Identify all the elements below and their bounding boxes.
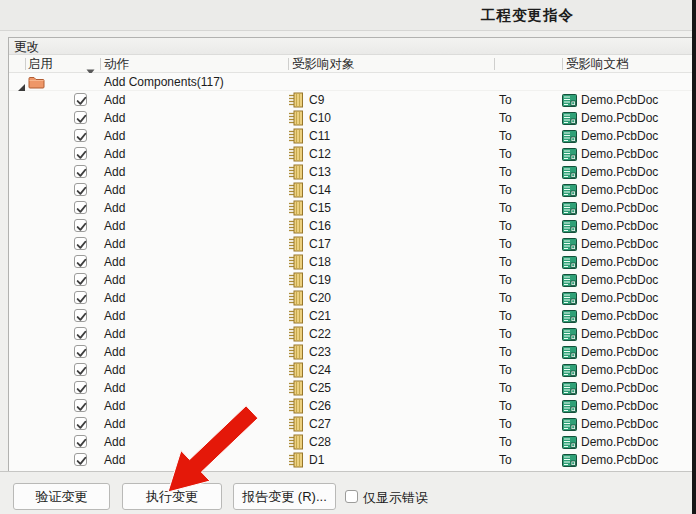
row-enable-checkbox[interactable]	[74, 291, 87, 304]
tree-expand-icon[interactable]	[17, 78, 26, 87]
row-document-label: Demo.PcbDoc	[581, 217, 658, 235]
ic-component-icon	[289, 182, 304, 198]
table-row[interactable]: Add C13 To	[9, 163, 696, 181]
check-icon	[76, 113, 87, 124]
check-icon	[76, 95, 87, 106]
row-enable-checkbox[interactable]	[74, 93, 87, 106]
table-row[interactable]: Add C24 To	[9, 361, 696, 379]
row-enable-checkbox[interactable]	[74, 363, 87, 376]
table-row[interactable]: Add C22 To	[9, 325, 696, 343]
table-row[interactable]: Add C16 To	[9, 217, 696, 235]
row-enable-checkbox[interactable]	[74, 255, 87, 268]
check-icon	[76, 203, 87, 214]
ic-component-icon	[289, 452, 304, 468]
row-enable-checkbox[interactable]	[74, 219, 87, 232]
table-row[interactable]: Add C25 To	[9, 379, 696, 397]
table-row[interactable]: Add C26 To	[9, 397, 696, 415]
row-enable-checkbox[interactable]	[74, 399, 87, 412]
row-direction-label: To	[499, 109, 512, 127]
changes-panel: 更改 启用 动作 受影响对象 受影响文档	[8, 37, 696, 471]
row-object-label: C28	[309, 433, 331, 451]
ic-component-icon	[289, 416, 304, 432]
row-direction-label: To	[499, 217, 512, 235]
ic-component-icon	[289, 146, 304, 162]
table-row[interactable]: Add D1 To	[9, 451, 696, 469]
row-document-label: Demo.PcbDoc	[581, 289, 658, 307]
check-icon	[76, 293, 87, 304]
column-header-affected-document[interactable]: 受影响文档	[566, 56, 629, 73]
table-row[interactable]: Add C28 To	[9, 433, 696, 451]
row-action-label: Add	[104, 163, 125, 181]
table-row[interactable]: Add C10 To	[9, 109, 696, 127]
row-enable-checkbox[interactable]	[74, 165, 87, 178]
row-enable-checkbox[interactable]	[74, 237, 87, 250]
table-row[interactable]: Add C9 To	[9, 91, 696, 109]
row-enable-checkbox[interactable]	[74, 453, 87, 466]
table-row[interactable]: Add C11 To	[9, 127, 696, 145]
changes-section-header: 更改	[9, 38, 696, 55]
row-direction-label: To	[499, 91, 512, 109]
row-action-label: Add	[104, 109, 125, 127]
check-icon	[76, 329, 87, 340]
table-row[interactable]: Add C27 To	[9, 415, 696, 433]
column-header-row: 启用 动作 受影响对象 受影响文档	[9, 55, 696, 73]
row-action-label: Add	[104, 217, 125, 235]
ic-component-icon	[289, 164, 304, 180]
group-row-add-components[interactable]: Add Components(117)	[9, 73, 696, 91]
row-direction-label: To	[499, 199, 512, 217]
titlebar: 工程变更指令	[0, 0, 696, 31]
row-object-label: C23	[309, 343, 331, 361]
row-object-label: C9	[309, 91, 324, 109]
row-enable-checkbox[interactable]	[74, 111, 87, 124]
only-errors-checkbox[interactable]	[345, 490, 358, 503]
table-row[interactable]: Add C20 To	[9, 289, 696, 307]
row-direction-label: To	[499, 163, 512, 181]
table-row[interactable]: Add C15 To	[9, 199, 696, 217]
row-document-label: Demo.PcbDoc	[581, 379, 658, 397]
row-action-label: Add	[104, 253, 125, 271]
row-enable-checkbox[interactable]	[74, 147, 87, 160]
table-row[interactable]: Add C23 To	[9, 343, 696, 361]
row-enable-checkbox[interactable]	[74, 129, 87, 142]
row-enable-checkbox[interactable]	[74, 417, 87, 430]
column-header-action[interactable]: 动作	[104, 56, 129, 73]
column-header-affected-object[interactable]: 受影响对象	[292, 56, 355, 73]
filter-dropdown-icon[interactable]	[86, 61, 95, 67]
row-direction-label: To	[499, 289, 512, 307]
row-action-label: Add	[104, 145, 125, 163]
row-action-label: Add	[104, 199, 125, 217]
row-enable-checkbox[interactable]	[74, 345, 87, 358]
row-enable-checkbox[interactable]	[74, 327, 87, 340]
table-row[interactable]: Add C19 To	[9, 271, 696, 289]
row-enable-checkbox[interactable]	[74, 201, 87, 214]
row-action-label: Add	[104, 379, 125, 397]
column-header-enable[interactable]: 启用	[28, 56, 53, 73]
table-row[interactable]: Add C17 To	[9, 235, 696, 253]
row-enable-checkbox[interactable]	[74, 273, 87, 286]
row-enable-checkbox[interactable]	[74, 183, 87, 196]
row-document-label: Demo.PcbDoc	[581, 91, 658, 109]
pcb-document-icon	[562, 129, 577, 142]
pcb-document-icon	[562, 255, 577, 268]
table-row[interactable]: Add C14 To	[9, 181, 696, 199]
report-changes-button[interactable]: 报告变更 (R)...	[233, 483, 336, 510]
check-icon	[76, 347, 87, 358]
validate-changes-button[interactable]: 验证变更	[13, 483, 110, 510]
pcb-document-icon	[562, 273, 577, 286]
table-row[interactable]: Add C18 To	[9, 253, 696, 271]
rows-host: Add C9 To	[9, 91, 696, 469]
eco-dialog: 工程变更指令 更改 启用 动作 受影响对象 受影响文档	[0, 0, 696, 514]
row-object-label: C14	[309, 181, 331, 199]
row-document-label: Demo.PcbDoc	[581, 397, 658, 415]
row-enable-checkbox[interactable]	[74, 435, 87, 448]
table-row[interactable]: Add C12 To	[9, 145, 696, 163]
row-direction-label: To	[499, 325, 512, 343]
check-icon	[76, 455, 87, 466]
table-row[interactable]: Add C21 To	[9, 307, 696, 325]
row-object-label: D1	[309, 451, 324, 469]
row-document-label: Demo.PcbDoc	[581, 325, 658, 343]
row-enable-checkbox[interactable]	[74, 309, 87, 322]
execute-changes-button[interactable]: 执行变更	[122, 483, 222, 510]
row-enable-checkbox[interactable]	[74, 381, 87, 394]
row-document-label: Demo.PcbDoc	[581, 415, 658, 433]
